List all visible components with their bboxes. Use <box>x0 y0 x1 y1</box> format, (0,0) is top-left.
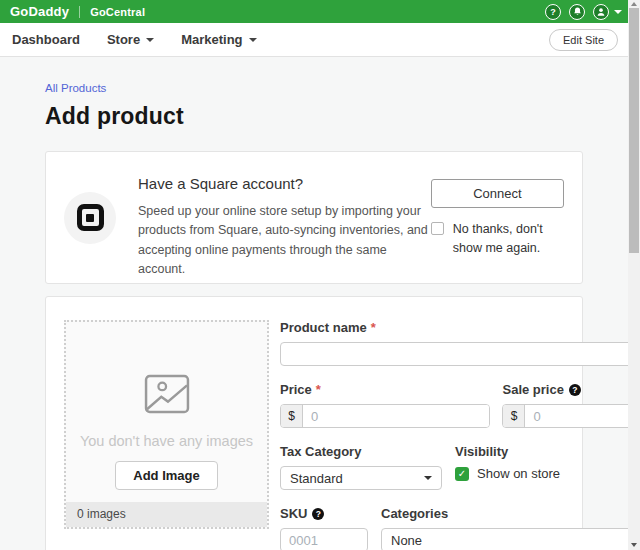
account-caret-down-icon[interactable] <box>614 10 622 14</box>
image-count-label: 0 images <box>66 502 267 527</box>
page-content: All Products Add product Have a Square a… <box>0 57 628 550</box>
sku-label: SKU ? <box>280 506 368 521</box>
product-images-panel: You don't have any images Add Image 0 im… <box>64 320 269 529</box>
show-on-store-checkbox[interactable]: ✓ <box>455 467 469 481</box>
square-card-heading: Have a Square account? <box>138 175 431 192</box>
tax-category-select[interactable]: Standard <box>280 466 442 490</box>
connect-button[interactable]: Connect <box>431 179 564 208</box>
price-input[interactable] <box>303 405 489 427</box>
user-icon[interactable] <box>593 4 609 20</box>
vertical-scrollbar[interactable] <box>628 0 640 550</box>
top-app-bar: GoDaddy GoCentral ? <box>0 0 640 23</box>
chevron-down-icon <box>424 476 432 480</box>
price-label: Price * <box>280 382 490 397</box>
currency-prefix: $ <box>281 405 303 427</box>
product-form-card: You don't have any images Add Image 0 im… <box>45 296 583 550</box>
tax-category-label: Tax Category <box>280 444 442 459</box>
edit-site-button[interactable]: Edit Site <box>549 29 618 51</box>
categories-label: Categories <box>381 506 640 521</box>
chevron-down-icon <box>146 38 154 42</box>
sale-price-input[interactable] <box>525 405 640 427</box>
breadcrumb-all-products[interactable]: All Products <box>45 82 106 94</box>
godaddy-logo[interactable]: GoDaddy <box>10 4 69 19</box>
bell-icon[interactable] <box>569 4 585 20</box>
currency-prefix: $ <box>503 405 525 427</box>
square-card-body: Speed up your online store setup by impo… <box>138 202 431 280</box>
gocentral-label: GoCentral <box>90 6 145 18</box>
visibility-label: Visibility <box>455 444 560 459</box>
help-icon[interactable]: ? <box>545 4 561 20</box>
required-asterisk: * <box>371 320 376 335</box>
page-title: Add product <box>45 103 583 130</box>
required-asterisk: * <box>316 382 321 397</box>
dismiss-checkbox[interactable] <box>431 222 444 235</box>
show-on-store-label[interactable]: Show on store <box>477 466 560 481</box>
add-image-button[interactable]: Add Image <box>115 461 217 490</box>
main-nav: Dashboard Store Marketing Edit Site <box>0 23 640 57</box>
sku-input[interactable] <box>280 528 368 550</box>
scroll-up-arrow-icon[interactable] <box>631 2 637 6</box>
topbar-divider <box>79 6 80 18</box>
scrollbar-thumb[interactable] <box>629 8 639 253</box>
square-promo-card: Have a Square account? Speed up your onl… <box>45 151 583 284</box>
chevron-down-icon <box>249 38 257 42</box>
no-images-text: You don't have any images <box>66 433 267 449</box>
help-icon[interactable]: ? <box>312 508 324 520</box>
nav-item-store[interactable]: Store <box>107 32 154 47</box>
square-logo-icon <box>64 192 116 244</box>
product-name-label: Product name * <box>280 320 640 335</box>
nav-item-dashboard[interactable]: Dashboard <box>12 32 80 47</box>
product-name-input[interactable] <box>280 342 640 366</box>
sale-price-label: Sale price ? <box>502 382 640 397</box>
image-placeholder-icon <box>144 374 190 414</box>
help-icon[interactable]: ? <box>569 384 581 396</box>
scroll-down-arrow-icon[interactable] <box>631 543 637 547</box>
categories-select[interactable]: None <box>381 528 640 550</box>
nav-item-marketing[interactable]: Marketing <box>181 32 256 47</box>
dismiss-checkbox-label[interactable]: No thanks, don't show me again. <box>453 220 564 258</box>
